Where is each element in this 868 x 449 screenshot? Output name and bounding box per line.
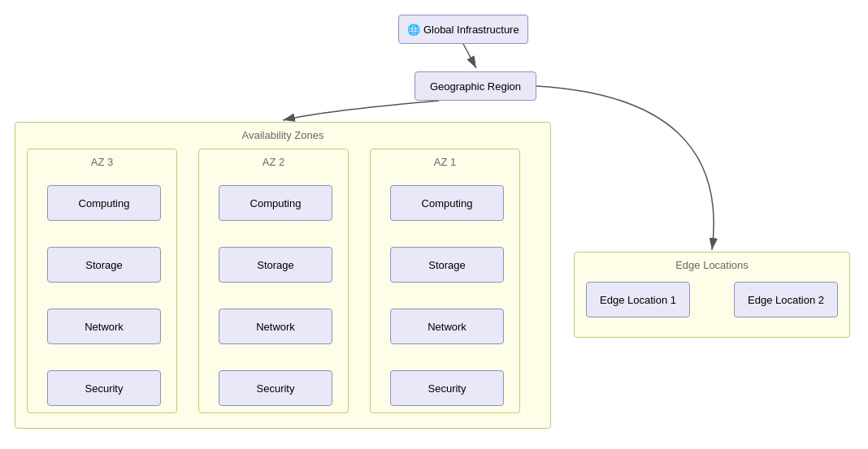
diagram-container: 🌐 Global Infrastructure Geographic Regio…	[0, 0, 868, 449]
az2-network-box: Network	[219, 309, 332, 344]
az-2-label: AZ 2	[199, 149, 348, 168]
edge-location-2-box: Edge Location 2	[734, 282, 838, 317]
az2-security-label: Security	[257, 382, 295, 395]
az1-security-box: Security	[390, 370, 504, 406]
az-1-box: AZ 1 Computing Storage Network Security	[370, 149, 520, 413]
az2-security-box: Security	[219, 370, 332, 406]
az3-storage-label: Storage	[85, 259, 123, 271]
az2-storage-label: Storage	[257, 259, 294, 271]
az1-network-label: Network	[427, 321, 467, 333]
az3-storage-box: Storage	[47, 247, 161, 283]
az2-storage-box: Storage	[219, 247, 332, 283]
geographic-region-node: Geographic Region	[414, 71, 536, 101]
global-infrastructure-node: 🌐 Global Infrastructure	[398, 15, 528, 44]
az2-computing-box: Computing	[219, 185, 332, 221]
edge-locations-label: Edge Locations	[675, 259, 749, 271]
svg-line-1	[463, 44, 476, 68]
geographic-region-label: Geographic Region	[430, 80, 521, 93]
az-2-box: AZ 2 Computing Storage Network Security	[198, 149, 349, 413]
az-1-label: AZ 1	[371, 149, 519, 168]
az3-security-box: Security	[47, 370, 161, 406]
az3-computing-box: Computing	[47, 185, 161, 221]
edge-location-2-label: Edge Location 2	[748, 294, 824, 306]
az1-computing-box: Computing	[390, 185, 504, 221]
global-infrastructure-label: 🌐 Global Infrastructure	[407, 24, 519, 36]
availability-zones-container: Availability Zones AZ 3 Computing Storag…	[15, 122, 551, 429]
edge-location-1-box: Edge Location 1	[586, 282, 690, 317]
az1-network-box: Network	[390, 309, 504, 344]
az1-storage-label: Storage	[428, 259, 466, 271]
az3-network-box: Network	[47, 309, 161, 344]
edge-location-1-label: Edge Location 1	[600, 294, 676, 306]
az2-network-label: Network	[256, 321, 295, 333]
az1-computing-label: Computing	[422, 197, 473, 209]
edge-locations-container: Edge Locations Edge Location 1 Edge Loca…	[574, 252, 850, 338]
az2-computing-label: Computing	[250, 197, 302, 209]
az-3-box: AZ 3 Computing Storage Network Security	[27, 149, 177, 413]
az3-security-label: Security	[85, 382, 124, 395]
az1-security-label: Security	[428, 382, 467, 395]
az3-computing-label: Computing	[79, 197, 130, 209]
az1-storage-box: Storage	[390, 247, 504, 283]
az3-network-label: Network	[85, 321, 124, 333]
az-3-label: AZ 3	[28, 149, 176, 168]
availability-zones-label: Availability Zones	[242, 129, 324, 141]
